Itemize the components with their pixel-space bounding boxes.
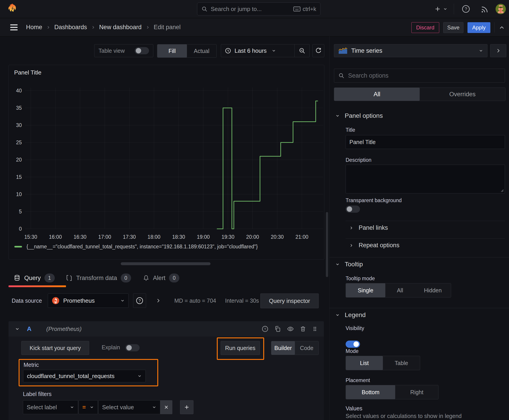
legend-section-header[interactable]: Legend [335, 311, 365, 319]
toggle-knob [353, 341, 359, 347]
breadcrumb-dashboards[interactable]: Dashboards [54, 24, 87, 31]
panel-links-heading: Panel links [359, 224, 388, 231]
legend-placement-right[interactable]: Right [395, 385, 438, 399]
tooltip-section-header[interactable]: Tooltip [335, 261, 363, 268]
repeat-options-heading: Repeat options [359, 242, 400, 249]
time-range-label: Last 6 hours [235, 47, 267, 54]
tab-alert-count: 0 [169, 273, 179, 283]
actions-divider [494, 22, 495, 32]
add-filter-button[interactable] [180, 400, 193, 414]
new-menu-button[interactable] [434, 5, 448, 13]
user-avatar[interactable] [495, 3, 506, 15]
builder-option[interactable]: Builder [271, 341, 295, 355]
help-button[interactable]: ? [461, 4, 471, 14]
time-range-picker[interactable]: Last 6 hours [221, 45, 295, 57]
pane-resize-handle[interactable] [121, 262, 211, 265]
svg-text:19:00: 19:00 [197, 234, 210, 240]
clock-icon [225, 47, 231, 54]
collapse-query-button[interactable] [14, 325, 21, 333]
operator-value: = [82, 404, 86, 411]
duplicate-query-button[interactable] [274, 325, 281, 332]
repeat-options-section-header[interactable]: Repeat options [349, 242, 400, 249]
visualization-value: Time series [351, 47, 382, 54]
main-scrollbar[interactable] [326, 212, 328, 277]
discard-button[interactable]: Discard [411, 22, 439, 33]
title-label: Title [346, 127, 355, 133]
query-ref-id: A [27, 325, 31, 332]
news-rss-button[interactable] [479, 5, 489, 14]
select-value-dropdown[interactable]: Select value [98, 400, 160, 414]
svg-text:17:00: 17:00 [98, 234, 111, 240]
select-label-placeholder: Select label [27, 404, 57, 411]
tooltip-mode-all[interactable]: All [385, 283, 415, 297]
svg-text:18:00: 18:00 [147, 234, 160, 240]
max-data-points-stat: MD = auto = 704 [174, 298, 216, 304]
datasource-help-button[interactable]: ? [133, 293, 146, 308]
copy-icon [274, 325, 281, 332]
remove-filter-button[interactable] [160, 400, 172, 414]
legend-item[interactable]: {__name__="cloudflared_tunnel_total_requ… [14, 244, 258, 250]
trash-icon [300, 325, 306, 332]
description-label: Description [346, 157, 372, 163]
query-help-button[interactable]: ? [261, 325, 269, 332]
legend-mode-table[interactable]: Table [383, 356, 420, 370]
tab-all[interactable]: All [334, 88, 420, 101]
open-viz-suggestions-button[interactable] [490, 44, 506, 57]
tab-overrides[interactable]: Overrides [420, 88, 505, 101]
table-view-toggle[interactable] [135, 47, 149, 54]
breadcrumb-home[interactable]: Home [26, 24, 42, 31]
description-textarea[interactable] [346, 165, 505, 193]
collapse-options-pane-button[interactable] [497, 23, 506, 32]
expand-query-options-button[interactable] [154, 296, 163, 305]
apply-button[interactable]: Apply [467, 22, 490, 33]
builder-code-switch: Builder Code [271, 341, 319, 355]
fill-option[interactable]: Fill [157, 45, 187, 57]
transform-icon [66, 274, 73, 282]
query-inspector-button[interactable]: Query inspector [260, 293, 319, 308]
tab-alert[interactable]: Alert 0 [137, 273, 185, 283]
operator-dropdown[interactable]: = [79, 400, 98, 414]
panel-options-section-header[interactable]: Panel options [335, 112, 383, 119]
legend-visibility-toggle[interactable] [346, 341, 360, 348]
prometheus-icon [52, 297, 60, 305]
explain-toggle[interactable] [125, 344, 140, 351]
breadcrumb-separator-icon [146, 25, 150, 29]
mega-menu-toggle[interactable] [9, 23, 19, 32]
refresh-button[interactable] [312, 44, 324, 57]
metric-select[interactable]: cloudflared_tunnel_total_requests [23, 370, 146, 382]
actual-option[interactable]: Actual [187, 45, 217, 57]
svg-text:0: 0 [19, 226, 22, 232]
search-icon [338, 73, 344, 79]
select-label-dropdown[interactable]: Select label [23, 400, 78, 414]
breadcrumb-new-dashboard[interactable]: New dashboard [99, 24, 142, 31]
legend-mode-list[interactable]: List [346, 356, 383, 370]
grafana-logo[interactable] [6, 3, 18, 15]
drag-query-handle[interactable] [312, 325, 318, 332]
run-queries-button[interactable]: Run queries [220, 341, 260, 355]
legend-series-swatch [14, 246, 22, 248]
hide-query-button[interactable] [287, 325, 294, 332]
section-divider [329, 257, 509, 258]
kick-start-query-button[interactable]: Kick start your query [21, 341, 89, 355]
code-option[interactable]: Code [295, 341, 319, 355]
tooltip-mode-hidden[interactable]: Hidden [415, 283, 451, 297]
tab-query[interactable]: Query 1 [8, 273, 60, 283]
transparent-background-toggle[interactable] [346, 205, 360, 213]
panel-links-section-header[interactable]: Panel links [349, 224, 388, 231]
chevron-down-icon [272, 48, 276, 53]
legend-values-label: Values [346, 405, 363, 412]
save-button[interactable]: Save [443, 22, 463, 33]
visualization-picker[interactable]: Time series [334, 44, 487, 57]
delete-query-button[interactable] [300, 325, 306, 332]
legend-placement-bottom[interactable]: Bottom [346, 385, 395, 399]
zoom-out-time-button[interactable] [295, 45, 310, 57]
panel-title-input[interactable] [346, 135, 505, 149]
global-search-input[interactable]: Search or jump to... ctrl+k [197, 2, 320, 15]
tab-transform-data[interactable]: Transform data 0 [60, 273, 137, 283]
search-options-input[interactable]: Search options [334, 69, 505, 82]
tooltip-mode-single[interactable]: Single [346, 283, 385, 297]
section-divider [329, 308, 509, 308]
svg-text:20:00: 20:00 [246, 234, 259, 240]
datasource-picker[interactable]: Prometheus [48, 293, 129, 308]
svg-text:35: 35 [16, 105, 22, 111]
